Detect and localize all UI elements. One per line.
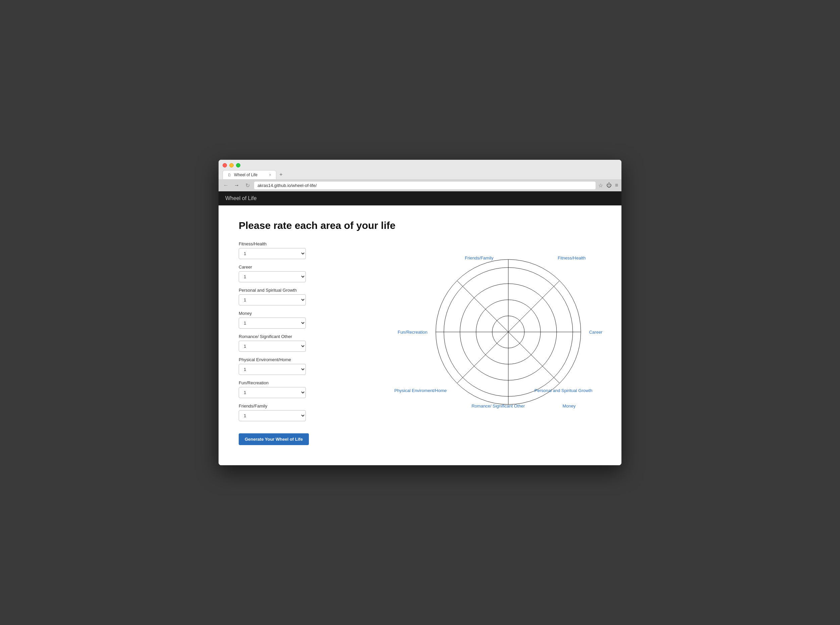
field-group-money: Money12345678910 xyxy=(239,311,395,329)
select-fun-recreation[interactable]: 12345678910 xyxy=(239,387,306,398)
label-personal-growth: Personal and Spiritual Growth xyxy=(239,288,395,293)
wheel-label-fitness-health: Fitness/Health xyxy=(558,255,585,260)
wheel-label-fun-recreation: Fun/Recreation xyxy=(398,330,428,335)
bookmark-icon[interactable]: ☆ xyxy=(598,182,603,189)
page-icon: 🗋 xyxy=(228,173,231,177)
wheel-label-friends-family: Friends/Family xyxy=(465,255,493,260)
app-nav: Wheel of Life xyxy=(219,191,621,205)
wheel-label-career: Career xyxy=(589,330,603,335)
label-fitness-health: Fitness/Health xyxy=(239,241,395,246)
select-romance[interactable]: 12345678910 xyxy=(239,341,306,352)
label-physical-env: Physical Enviroment/Home xyxy=(239,357,395,362)
select-fitness-health[interactable]: 12345678910 xyxy=(239,248,306,259)
generate-button[interactable]: Generate Your Wheel of Life xyxy=(239,433,309,445)
select-money[interactable]: 12345678910 xyxy=(239,317,306,329)
back-button[interactable]: ← xyxy=(222,181,230,189)
wheel-label-personal-growth: Personal and Spiritual Growth xyxy=(535,388,593,393)
address-input[interactable] xyxy=(254,182,596,189)
tab-close-button[interactable]: × xyxy=(269,173,271,177)
wheel-label-money: Money xyxy=(562,403,576,409)
label-money: Money xyxy=(239,311,395,316)
field-group-personal-growth: Personal and Spiritual Growth12345678910 xyxy=(239,288,395,305)
reload-button[interactable]: ↻ xyxy=(243,181,252,189)
traffic-lights xyxy=(222,163,618,168)
tab-bar: 🗋 Wheel of Life × + xyxy=(222,170,618,179)
label-friends-family: Friends/Family xyxy=(239,403,395,409)
wheel-label-romance: Romance/ Significant Other xyxy=(471,403,525,409)
field-group-fun-recreation: Fun/Recreation12345678910 xyxy=(239,380,395,398)
select-personal-growth[interactable]: 12345678910 xyxy=(239,294,306,305)
minimize-button[interactable] xyxy=(229,163,234,168)
field-group-career: Career12345678910 xyxy=(239,264,395,282)
label-career: Career xyxy=(239,264,395,269)
field-group-friends-family: Friends/Family12345678910 xyxy=(239,403,395,421)
page-content: Please rate each area of your life Fitne… xyxy=(219,205,621,465)
label-romance: Romance/ Significant Other xyxy=(239,334,395,339)
wheel-section: Friends/Family Fitness/Health Career Per… xyxy=(415,219,601,445)
field-group-fitness-health: Fitness/Health12345678910 xyxy=(239,241,395,259)
power-icon[interactable]: ⏻ xyxy=(606,182,612,188)
select-friends-family[interactable]: 12345678910 xyxy=(239,410,306,421)
address-icons: ☆ ⏻ ≡ xyxy=(598,182,618,189)
label-fun-recreation: Fun/Recreation xyxy=(239,380,395,386)
forward-button[interactable]: → xyxy=(233,181,241,189)
page-title: Please rate each area of your life xyxy=(239,219,395,232)
wheel-container: Friends/Family Fitness/Health Career Per… xyxy=(428,252,589,412)
maximize-button[interactable] xyxy=(236,163,240,168)
menu-icon[interactable]: ≡ xyxy=(615,182,618,188)
browser-chrome: 🗋 Wheel of Life × + xyxy=(219,160,621,179)
new-tab-button[interactable]: + xyxy=(277,171,285,179)
nav-title: Wheel of Life xyxy=(225,195,257,201)
form-section: Please rate each area of your life Fitne… xyxy=(239,219,395,445)
tab-title: Wheel of Life xyxy=(234,173,258,177)
select-physical-env[interactable]: 12345678910 xyxy=(239,364,306,375)
select-career[interactable]: 12345678910 xyxy=(239,271,306,282)
fields-container: Fitness/Health12345678910Career123456789… xyxy=(239,241,395,421)
close-button[interactable] xyxy=(222,163,227,168)
address-bar-row: ← → ↻ ☆ ⏻ ≡ xyxy=(219,179,621,191)
field-group-physical-env: Physical Enviroment/Home12345678910 xyxy=(239,357,395,375)
field-group-romance: Romance/ Significant Other12345678910 xyxy=(239,334,395,352)
browser-window: 🗋 Wheel of Life × + ← → ↻ ☆ ⏻ ≡ Wheel of… xyxy=(219,160,621,465)
browser-tab[interactable]: 🗋 Wheel of Life × xyxy=(222,170,276,179)
wheel-label-physical-env: Physical Enviroment/Home xyxy=(394,388,446,393)
